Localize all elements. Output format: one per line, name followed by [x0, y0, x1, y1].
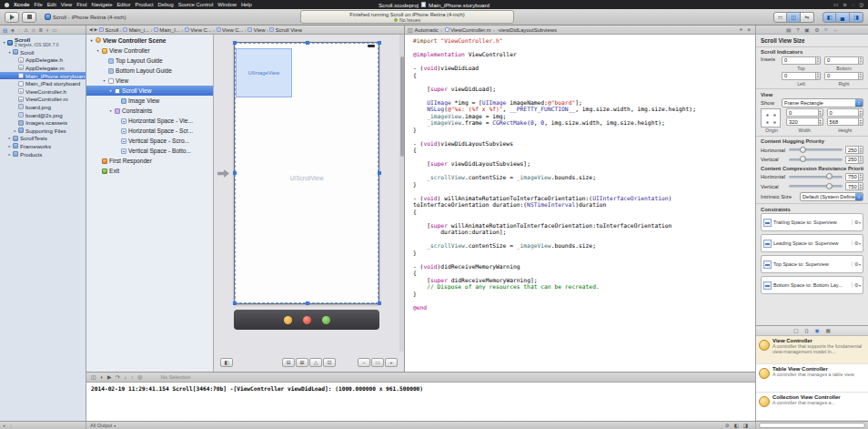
back-button[interactable]: ◀ — [89, 27, 93, 32]
forward-button[interactable]: ▶ — [95, 27, 98, 32]
horizontal-compression-field[interactable]: 750 — [845, 173, 863, 181]
outline-item-image-view[interactable]: Image View — [86, 96, 213, 106]
navigator-item-products[interactable]: ▸Products — [0, 150, 86, 158]
debug-navigator-icon[interactable]: ≣ — [38, 27, 43, 33]
assistant-editor-button[interactable]: ◫ — [787, 12, 801, 23]
library-item-view-controller[interactable]: View ControllerA controller that support… — [756, 336, 868, 364]
disclosure-triangle-icon[interactable]: ▾ — [102, 78, 106, 83]
initial-view-controller-arrow[interactable] — [217, 169, 229, 178]
horizontal-compression-slider[interactable] — [789, 176, 843, 179]
stepper[interactable] — [858, 147, 863, 153]
zoom-out-button[interactable]: − — [358, 358, 370, 367]
constraint-row-bottom-space-to-bottom-lay[interactable]: Bottom Space to: Bottom Lay...⚙▾ — [761, 276, 863, 294]
outline-item-vertical-space-scro[interactable]: Vertical Space - Scro... — [86, 136, 213, 146]
toggle-utilities-button[interactable]: ◨ — [850, 12, 863, 23]
image-view-element[interactable]: UIImageView — [236, 48, 292, 97]
step-over-icon[interactable]: ↷ — [116, 374, 120, 380]
jumpbar-segment-view-c[interactable]: View C... — [185, 27, 212, 33]
quick-help-tab[interactable]: ? — [796, 27, 799, 33]
jumpbar-segment-scroll[interactable]: Scroll — [99, 27, 118, 33]
navigator-item-scrolltests[interactable]: ▸ScrollTests — [0, 135, 86, 143]
horizontal-hugging-field[interactable]: 250 — [845, 146, 863, 154]
size-inspector-tab[interactable]: ⌗ — [824, 26, 827, 33]
navigator-item-viewcontroller-m[interactable]: mViewController.m — [0, 96, 86, 104]
inset-left-field[interactable]: 0 — [782, 72, 821, 80]
outline-item-constraints[interactable]: ▾Constraints — [86, 106, 213, 116]
menu-file[interactable]: File — [34, 2, 42, 7]
library-item-table-view-controller[interactable]: Table View ControllerA controller that m… — [756, 364, 868, 393]
disclosure-triangle-icon[interactable]: ▸ — [7, 136, 12, 140]
hide-debug-area-icon[interactable]: ◫ — [91, 374, 96, 380]
outline-header[interactable]: ▾ View Controller Scene — [86, 35, 213, 46]
add-assistant-editor-button[interactable]: + — [739, 26, 742, 33]
disclosure-triangle-icon[interactable]: ▸ — [7, 152, 12, 157]
source-code[interactable]: #import "ViewController.h" @implementati… — [405, 35, 755, 372]
attributes-inspector-tab[interactable]: ⚙ — [814, 26, 819, 33]
vertical-hugging-slider[interactable] — [789, 158, 843, 161]
disclosure-triangle-icon[interactable]: ▾ — [96, 48, 100, 53]
wifi-menu-icon[interactable]: ≋ — [843, 2, 847, 7]
constraint-gear-button[interactable]: ⚙▾ — [852, 220, 861, 225]
menu-find[interactable]: Find — [76, 2, 86, 7]
console-both-panes-button[interactable]: ◨ — [743, 423, 748, 428]
file-template-library-tab[interactable]: ▢ — [793, 328, 798, 333]
menu-navigate[interactable]: Navigate — [92, 2, 113, 7]
inset-top-field[interactable]: 0 — [782, 56, 821, 65]
intrinsic-size-dropdown[interactable]: Default (System Defined) ↕ — [800, 192, 863, 201]
breakpoints-toggle-icon[interactable]: ◗ — [100, 374, 104, 380]
origin-grid[interactable] — [761, 108, 781, 128]
stepper[interactable] — [858, 183, 863, 189]
navigator-item-scroll[interactable]: ▾Scroll — [0, 48, 86, 56]
assistant-symbol-segment[interactable]: -viewDidLayoutSubviews — [497, 27, 556, 33]
zoom-fit-button[interactable]: ▭ — [371, 358, 384, 367]
outline-item-view[interactable]: ▾View — [86, 76, 213, 86]
step-into-icon[interactable]: ↓ — [124, 374, 126, 380]
related-items-icon[interactable]: ◫ — [408, 27, 413, 33]
disclosure-triangle-icon[interactable]: ▾ — [89, 38, 94, 43]
selection-handles[interactable] — [233, 41, 237, 45]
connections-inspector-tab[interactable]: → — [833, 27, 838, 33]
apple-menu-icon[interactable] — [5, 3, 9, 7]
resizing-behavior-button[interactable]: ⊡ — [323, 358, 336, 367]
zoom-in-button[interactable]: + — [385, 358, 398, 367]
navigator-item-main-ipad-storyboard[interactable]: Main_iPad.storyboard — [0, 79, 86, 87]
outline-item-horizontal-space-scr[interactable]: Horizontal Space - Scr... — [86, 126, 213, 136]
constraint-row-trailing-space-to-superview[interactable]: Trailing Space to: Superview⚙▾ — [761, 213, 863, 231]
show-dropdown[interactable]: Frame Rectangle ↕ — [782, 98, 863, 107]
stepper[interactable] — [815, 73, 820, 79]
battery-menu-icon[interactable]: ▭ — [833, 2, 838, 7]
library-item-collection-view-controller[interactable]: Collection View ControllerA controller t… — [756, 393, 868, 421]
disclosure-triangle-icon[interactable]: ▾ — [108, 88, 113, 93]
navigator-item-images-xcassets[interactable]: Images.xcassets — [0, 118, 86, 127]
horizontal-hugging-slider[interactable] — [789, 148, 843, 151]
view-controller-dock-icon[interactable] — [284, 316, 292, 324]
align-button[interactable]: ⊟ — [282, 358, 295, 367]
standard-editor-button[interactable]: ▭ — [773, 12, 787, 23]
stepper[interactable] — [858, 109, 863, 116]
stepper[interactable] — [815, 57, 820, 64]
stepper[interactable] — [858, 73, 863, 79]
stepper[interactable] — [858, 157, 863, 163]
jumpbar-segment-main-i[interactable]: Main_I... — [154, 27, 180, 33]
menu-source-control[interactable]: Source Control — [178, 2, 214, 7]
jumpbar-segment-view[interactable]: View — [247, 27, 265, 33]
toggle-navigator-button[interactable]: ◧ — [823, 12, 836, 23]
stepper[interactable] — [858, 118, 863, 125]
navigator-item-main-iphone-storyboard[interactable]: Main_iPhone.storyboard — [0, 72, 86, 80]
find-navigator-icon[interactable]: ◌ — [17, 27, 20, 33]
spotlight-menu-icon[interactable]: ◌ — [852, 2, 854, 7]
menu-editor[interactable]: Editor — [116, 2, 130, 7]
object-library-tab[interactable]: ◉ — [814, 328, 819, 333]
step-out-icon[interactable]: ↑ — [131, 374, 134, 380]
pin-button[interactable]: ⊞ — [296, 358, 308, 367]
clear-console-button[interactable]: ⊘ — [725, 423, 730, 428]
jumpbar-segment-scroll-view[interactable]: Scroll View — [269, 27, 302, 33]
navigator-item-board-2x-png[interactable]: board@2x.png — [0, 111, 86, 119]
inset-right-field[interactable]: 0 — [824, 72, 863, 80]
storyboard-canvas[interactable]: UIImageView UIScrollView ◧⊟⊞△⊡−▭+ — [214, 35, 404, 372]
exit-dock-icon[interactable] — [322, 316, 330, 324]
menu-window[interactable]: Window — [217, 2, 237, 7]
constraint-row-top-space-to-superview[interactable]: Top Space to: Superview⚙▾ — [761, 255, 863, 273]
version-editor-button[interactable]: ⇆ — [801, 12, 814, 23]
outline-item-vertical-space-botto[interactable]: Vertical Space - Botto... — [86, 146, 213, 156]
